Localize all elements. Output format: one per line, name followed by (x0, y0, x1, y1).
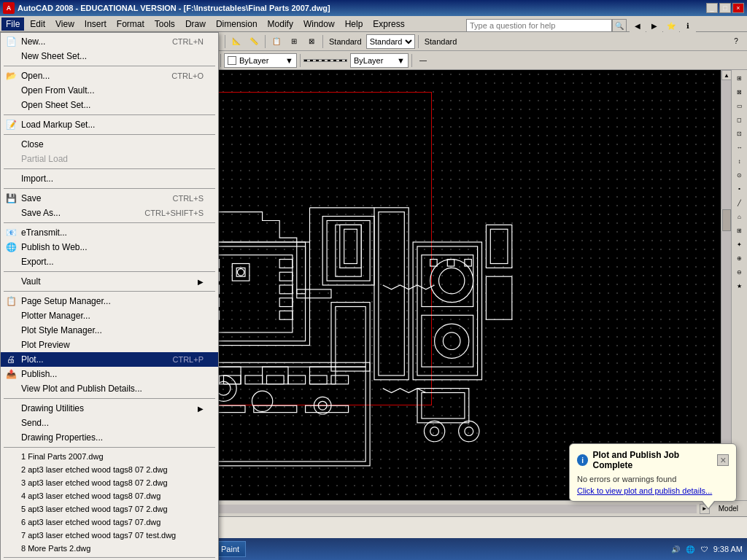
menu-entry-vault[interactable]: Vault▶ (1, 274, 218, 289)
rt-btn-7[interactable]: ↕ (733, 155, 746, 168)
viewport-button[interactable]: ⊠ (303, 34, 320, 50)
menu-item-help[interactable]: Help (341, 18, 368, 31)
rt-btn-12[interactable]: ⊞ (733, 224, 746, 237)
layout-button[interactable]: ⊞ (286, 34, 302, 50)
menu-item-modify[interactable]: Modify (263, 18, 298, 31)
menu-entry-open-sheet[interactable]: Open Sheet Set... (1, 98, 218, 112)
rt-btn-8[interactable]: ⊙ (733, 168, 746, 182)
menu-entry-recent7[interactable]: 7 apt3 laser etched wood tags7 07 test.d… (1, 529, 218, 542)
scroll-thumb[interactable] (722, 209, 731, 231)
help-options-button[interactable]: ⭐ (663, 18, 679, 34)
rt-btn-10[interactable]: ╱ (733, 196, 746, 209)
menu-entry-close[interactable]: Close (1, 137, 218, 152)
rt-btn-5[interactable]: ⊡ (733, 127, 746, 140)
menu-entry-recent1[interactable]: 1 Final Parts 2007.dwg (1, 450, 218, 463)
rt-btn-16[interactable]: ★ (733, 279, 746, 292)
menu-item-draw[interactable]: Draw (181, 18, 210, 31)
linetype-dropdown[interactable]: ByLayer ▼ (350, 53, 409, 68)
sep4 (265, 35, 266, 48)
rt-btn-11[interactable]: ⌂ (733, 210, 746, 223)
menu-entry-open-vault[interactable]: Open From Vault... (1, 83, 218, 98)
rt-btn-9[interactable]: ∘ (733, 182, 746, 195)
menu-entry-save-as[interactable]: Save As...CTRL+SHIFT+S (1, 206, 218, 220)
menu-entry-etransmit[interactable]: 📧eTransmit... (1, 225, 218, 240)
menu-item-dimension[interactable]: Dimension (212, 18, 262, 31)
rt-btn-13[interactable]: ✦ (733, 238, 746, 251)
menu-label-recent6: 6 apt3 laser etched wood tags7 07.dwg (21, 518, 160, 526)
menu-shortcut-plot: CTRL+P (173, 355, 204, 364)
menu-item-file[interactable]: File (1, 18, 24, 31)
menu-entry-send[interactable]: Send... (1, 416, 218, 430)
rt-btn-15[interactable]: ⊖ (733, 265, 746, 279)
menu-entry-publish[interactable]: 📤Publish... (1, 367, 218, 381)
menu-entry-new-sheet[interactable]: New Sheet Set... (1, 49, 218, 63)
menu-entry-publish-web[interactable]: 🌐Publish to Web... (1, 240, 218, 254)
menu-item-view[interactable]: View (51, 18, 79, 31)
menu-entry-recent6[interactable]: 6 apt3 laser etched wood tags7 07.dwg (1, 516, 218, 529)
menu-entry-recent3[interactable]: 3 apt3 laser etched wood tags8 07 2.dwg (1, 476, 218, 489)
restore-button[interactable]: □ (719, 3, 731, 13)
menu-entry-drawing-utilities[interactable]: Drawing Utilities▶ (1, 401, 218, 416)
model-tab[interactable]: Model (713, 505, 744, 513)
menu-item-express[interactable]: Express (368, 18, 409, 31)
style-label: Standard (326, 37, 365, 46)
dist-button[interactable]: 📏 (246, 34, 262, 50)
menu-item-insert[interactable]: Insert (80, 18, 111, 31)
notification-close-button[interactable]: × (717, 454, 729, 466)
menu-entry-open[interactable]: 📂Open...CTRL+O (1, 69, 218, 83)
sys-icon-2: 🌐 (684, 543, 696, 555)
menu-entry-recent8[interactable]: 8 More Parts 2.dwg (1, 542, 218, 555)
menu-item-edit[interactable]: Edit (26, 18, 50, 31)
text-style-select[interactable]: Standard (366, 34, 415, 49)
rt-btn-3[interactable]: ▭ (733, 99, 746, 112)
help-info-button[interactable]: ℹ (680, 18, 696, 34)
menu-entry-recent4[interactable]: 4 apt3 laser etched wood tags8 07.dwg (1, 489, 218, 502)
help-search-button[interactable]: 🔍 (612, 19, 627, 32)
menu-entry-import[interactable]: Import... (1, 171, 218, 186)
menu-label-recent7: 7 apt3 laser etched wood tags7 07 test.d… (21, 531, 176, 540)
rt-btn-14[interactable]: ⊕ (733, 252, 746, 265)
menu-label-drawing-props: Drawing Properties... (21, 432, 103, 443)
menu-item-window[interactable]: Window (299, 18, 339, 31)
matchprop-button[interactable]: 📐 (228, 34, 244, 50)
menu-label-new: New... (21, 36, 45, 47)
menu-entry-new[interactable]: 📄New...CTRL+N (1, 34, 218, 49)
menu-entry-export[interactable]: Export... (1, 254, 218, 269)
rt-btn-4[interactable]: ◻ (733, 113, 746, 126)
menu-entry-save[interactable]: 💾SaveCTRL+S (1, 191, 218, 206)
menu-entry-page-setup[interactable]: 📋Page Setup Manager... (1, 294, 218, 308)
layer-button[interactable]: 📋 (268, 34, 285, 50)
menu-entry-load-markup[interactable]: 📝Load Markup Set... (1, 117, 218, 132)
right-toolbar: ⊞ ⊠ ▭ ◻ ⊡ ↔ ↕ ⊙ ∘ ╱ ⌂ ⊞ ✦ ⊕ ⊖ ★ (731, 70, 747, 500)
menu-separator (4, 222, 215, 223)
scroll-up-button[interactable]: ▲ (721, 70, 731, 80)
rt-btn-6[interactable]: ↔ (733, 141, 746, 154)
help-question-button[interactable]: ? (728, 34, 744, 50)
menu-entry-plotter-manager[interactable]: Plotter Manager... (1, 308, 218, 323)
menu-entry-recent2[interactable]: 2 apt3 laser etched wood tags8 07 2.dwg (1, 463, 218, 476)
lineweight-button[interactable]: — (415, 52, 431, 69)
menu-entry-plot-preview[interactable]: Plot Preview (1, 338, 218, 352)
menu-item-format[interactable]: Format (112, 18, 149, 31)
vertical-scrollbar[interactable]: ▲ ▼ (721, 70, 731, 500)
title-bar-left: A AutoCAD 2008 - EDUCATIONAL VERSION - [… (3, 2, 330, 14)
menu-icon-publish-web: 🌐 (4, 242, 18, 252)
menu-entry-view-plot[interactable]: View Plot and Publish Details... (1, 381, 218, 396)
rt-btn-1[interactable]: ⊞ (733, 71, 746, 85)
help-search-input[interactable] (466, 19, 612, 32)
menu-entry-plot-style[interactable]: Plot Style Manager... (1, 323, 218, 338)
help-next-button[interactable]: ▶ (646, 18, 662, 34)
notification-link[interactable]: Click to view plot and publish details..… (577, 486, 729, 495)
menu-label-import: Import... (21, 174, 53, 184)
menu-entry-recent5[interactable]: 5 apt3 laser etched wood tags7 07 2.dwg (1, 502, 218, 516)
rt-btn-2[interactable]: ⊠ (733, 85, 746, 98)
color-dropdown[interactable]: ByLayer ▼ (224, 53, 297, 68)
menu-entry-plot[interactable]: 🖨Plot...CTRL+P (1, 352, 218, 367)
minimize-button[interactable]: _ (706, 3, 718, 13)
menu-entry-drawing-props[interactable]: Drawing Properties... (1, 430, 218, 445)
close-button[interactable]: × (732, 3, 744, 13)
notification-message: No errors or warnings found (577, 475, 729, 483)
menu-item-tools[interactable]: Tools (150, 18, 179, 31)
help-prev-button[interactable]: ◀ (630, 18, 646, 34)
taskbar-right: 🔊 🌐 🛡 9:38 AM (670, 543, 746, 555)
